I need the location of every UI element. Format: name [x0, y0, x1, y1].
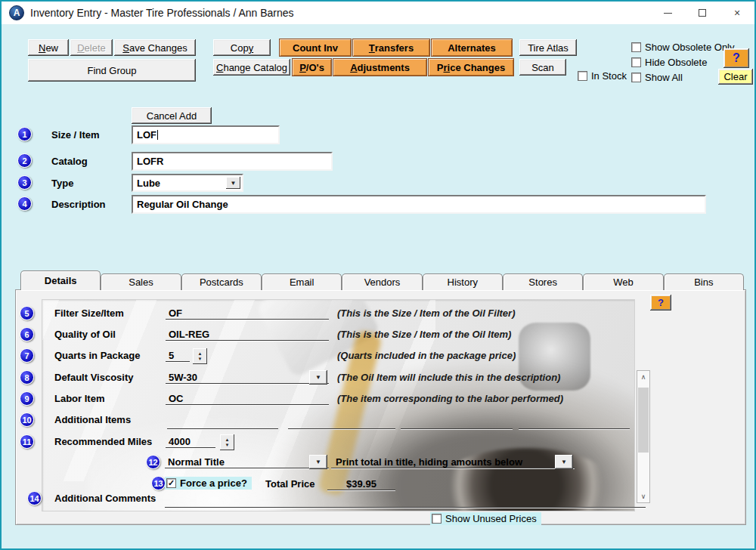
miles-spinner[interactable]: ▲ ▼: [220, 434, 234, 450]
type-label: Type: [51, 178, 73, 189]
quarts-in-package-input[interactable]: 5: [166, 350, 190, 362]
close-icon: ×: [734, 7, 740, 19]
field-badge-7: 7: [20, 348, 34, 363]
help-button[interactable]: ?: [723, 48, 749, 68]
spin-down-icon: ▼: [198, 357, 203, 362]
new-button[interactable]: New: [28, 39, 69, 56]
description-input[interactable]: Regular Oil Change: [132, 195, 706, 214]
field-badge-12: 12: [146, 455, 160, 469]
spin-up-icon: ▲: [225, 437, 230, 443]
filter-size-item-input[interactable]: OF: [166, 307, 329, 320]
tab-email[interactable]: Email: [262, 273, 342, 290]
title-bar: A Inventory Entry - Master Tire Professi…: [2, 2, 754, 24]
tab-bins[interactable]: Bins: [664, 273, 744, 290]
recommended-miles-input[interactable]: 4000: [166, 436, 215, 448]
quarts-spinner[interactable]: ▲ ▼: [193, 348, 207, 364]
scan-button[interactable]: Scan: [519, 59, 566, 76]
details-help-button[interactable]: ?: [650, 295, 671, 311]
field-badge-5: 5: [20, 306, 34, 320]
details-scrollbar[interactable]: ∧ ∨: [637, 370, 650, 503]
show-obsolete-only-checkbox[interactable]: [631, 42, 641, 52]
quality-of-oil-input[interactable]: OIL-REG: [166, 329, 329, 341]
show-unused-prices-checkbox-row[interactable]: Show Unused Prices: [430, 512, 541, 525]
close-button[interactable]: ×: [720, 2, 754, 24]
force-price-checkbox-row[interactable]: ✓ Force a price?: [165, 477, 252, 490]
adjustments-button[interactable]: Adjustments: [333, 59, 426, 76]
tab-strip: Details Sales Postcards Email Vendors Hi…: [20, 270, 744, 290]
price-changes-button[interactable]: Price Changes: [429, 59, 513, 76]
maximize-button[interactable]: [685, 2, 720, 24]
additional-item-input-2[interactable]: [288, 416, 395, 429]
in-stock-checkbox[interactable]: [578, 71, 587, 81]
filter-size-item-hint: (This is the Size / Item of the Oil Filt…: [337, 307, 515, 319]
transfers-button[interactable]: Transfers: [353, 39, 429, 56]
minimize-icon: [664, 13, 672, 14]
delete-button: Delete: [70, 39, 113, 56]
details-panel: ? 5 Filter Size/Item OF (This is the Siz…: [15, 289, 746, 525]
print-option-dropdown[interactable]: Print total in title, hiding amounts bel…: [331, 456, 575, 468]
quality-of-oil-label: Quality of Oil: [54, 329, 116, 340]
save-changes-button[interactable]: Save Changes: [114, 39, 196, 56]
print-option-dropdown-button[interactable]: ▼: [555, 455, 573, 469]
total-price-value[interactable]: $39.95: [327, 478, 395, 490]
additional-item-input-3[interactable]: [401, 416, 513, 429]
pos-button[interactable]: P/O's: [293, 59, 331, 76]
show-unused-prices-checkbox[interactable]: [432, 514, 442, 524]
hide-obsolete-checkbox[interactable]: [631, 57, 641, 67]
quarts-hint: (Quarts included in the package price): [337, 350, 516, 361]
catalog-input[interactable]: LOFR: [132, 152, 333, 171]
show-all-checkbox-row[interactable]: Show All: [631, 72, 683, 83]
additional-comments-input[interactable]: [165, 495, 646, 508]
force-price-label: Force a price?: [180, 477, 247, 489]
chevron-down-icon: ▼: [231, 180, 237, 187]
type-dropdown-button[interactable]: ▼: [226, 177, 240, 189]
force-price-checkbox[interactable]: ✓: [166, 478, 176, 488]
show-all-checkbox[interactable]: [631, 73, 641, 82]
quarts-in-package-label: Quarts in Package: [54, 350, 140, 361]
tab-details[interactable]: Details: [20, 270, 101, 290]
default-viscosity-dropdown[interactable]: 5W-30: [166, 372, 329, 384]
scrollbar-thumb[interactable]: [638, 388, 649, 453]
type-dropdown[interactable]: Lube ▼: [132, 174, 243, 192]
chevron-down-icon: ▼: [561, 459, 567, 465]
tab-sales[interactable]: Sales: [101, 273, 181, 290]
copy-button[interactable]: Copy: [213, 39, 271, 56]
scroll-down-button[interactable]: ∨: [637, 490, 649, 502]
size-item-input[interactable]: LOF: [132, 125, 280, 144]
additional-items-label: Additional Items: [54, 414, 131, 425]
count-inv-button[interactable]: Count Inv: [280, 39, 351, 56]
additional-item-input-1[interactable]: [167, 416, 278, 429]
cancel-add-button[interactable]: Cancel Add: [132, 107, 212, 124]
size-item-label: Size / Item: [51, 129, 100, 141]
labor-item-input[interactable]: OC: [166, 393, 329, 405]
change-catalog-button[interactable]: Change Catalog: [213, 59, 290, 76]
tab-stores[interactable]: Stores: [503, 273, 583, 290]
clear-button[interactable]: Clear: [718, 69, 753, 85]
quality-of-oil-hint: (This is the Size / Item of the Oil Item…: [337, 329, 511, 340]
show-obsolete-only-checkbox-row[interactable]: Show Obsolete Only: [631, 42, 735, 53]
minimize-button[interactable]: [650, 2, 685, 24]
tab-history[interactable]: History: [423, 273, 503, 290]
in-stock-label: In Stock: [591, 70, 627, 82]
hide-obsolete-checkbox-row[interactable]: Hide Obsolete: [631, 57, 707, 68]
app-logo-icon: A: [9, 5, 24, 20]
tab-web[interactable]: Web: [583, 273, 663, 290]
title-style-dropdown-button[interactable]: ▼: [309, 455, 327, 469]
filter-size-item-label: Filter Size/Item: [54, 307, 124, 319]
field-badge-6: 6: [20, 327, 34, 341]
find-group-button[interactable]: Find Group: [28, 59, 196, 82]
tire-atlas-button[interactable]: Tire Atlas: [519, 39, 577, 56]
scroll-up-icon: ∧: [641, 373, 646, 381]
field-badge-14: 14: [27, 491, 42, 505]
alternates-button[interactable]: Alternates: [432, 39, 512, 56]
tab-postcards[interactable]: Postcards: [181, 273, 262, 290]
title-style-dropdown[interactable]: Normal Title: [165, 456, 329, 468]
in-stock-checkbox-row[interactable]: In Stock: [578, 70, 627, 82]
chevron-down-icon: ▼: [315, 374, 321, 381]
additional-item-input-4[interactable]: [519, 416, 630, 429]
tab-vendors[interactable]: Vendors: [342, 273, 422, 290]
field-badge-11: 11: [20, 434, 34, 449]
scroll-up-button[interactable]: ∧: [637, 371, 649, 383]
description-label: Description: [51, 199, 106, 210]
viscosity-dropdown-button[interactable]: ▼: [309, 370, 327, 385]
